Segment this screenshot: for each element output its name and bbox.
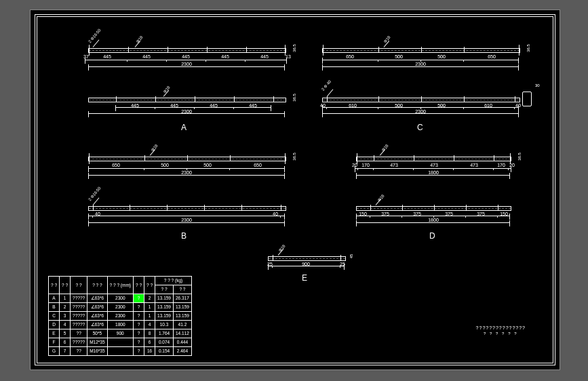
- table-body: A1?????∠63*62300?213.15926.317B2?????∠63…: [49, 294, 192, 356]
- a1-total: 2300: [181, 62, 192, 66]
- table-cell: E: [49, 329, 60, 338]
- label-e: E: [302, 273, 307, 283]
- th-2: ? ?: [71, 277, 87, 294]
- c1-d3: 500: [437, 54, 446, 59]
- drawing-canvas[interactable]: 2 Φ16·50 Φ18 36.5 37 445 445 445 445 445…: [30, 9, 560, 370]
- a1-d3: 445: [182, 54, 190, 59]
- b2-total-line: [88, 222, 285, 224]
- table-cell: [107, 338, 133, 347]
- c2-d3: 500: [437, 103, 446, 108]
- table-cell: ?: [134, 312, 144, 321]
- a1-d2: 445: [142, 54, 151, 59]
- d1-outr: 20: [509, 163, 515, 167]
- table-cell: ?: [134, 294, 144, 303]
- table-cell: 16: [144, 347, 155, 356]
- a2-total: 2300: [181, 109, 192, 114]
- d2-d4: 375: [445, 212, 453, 216]
- table-row: G7??M16*35?160.1542.464: [49, 347, 192, 356]
- table-row: F6?????M12*35?60.0740.444: [49, 338, 192, 347]
- beam-a1: [88, 48, 286, 53]
- table-cell: 1: [144, 303, 155, 312]
- b2-dimline: [88, 216, 285, 217]
- th-3: ? ? ?: [87, 277, 107, 294]
- c2-connector: [522, 92, 532, 106]
- b1-d3: 500: [203, 163, 212, 167]
- table-cell: B: [49, 303, 60, 312]
- table-cell: ?: [134, 303, 144, 312]
- table-cell: 0.444: [173, 338, 191, 347]
- bom-table: ? ? ? ? ? ? ? ? ? ? ? ? (mm) ? ? ? ? ? ?…: [48, 276, 192, 356]
- b1-vdim: 36.5: [292, 153, 296, 161]
- a1-vdim: 36.5: [292, 44, 296, 52]
- table-cell: 13.159: [173, 303, 191, 312]
- c1-total: 2300: [415, 62, 426, 66]
- b2-dr: 40: [273, 212, 278, 216]
- d2-total-line: [356, 222, 510, 224]
- table-cell: ?????: [71, 294, 87, 303]
- table-cell: 0.154: [155, 347, 174, 356]
- label-c: C: [417, 123, 423, 132]
- c2-dr: 40: [515, 103, 521, 108]
- e-total: 900: [302, 262, 310, 266]
- c2-dl: 40: [320, 103, 326, 108]
- table-cell: 13.159: [173, 312, 191, 321]
- c2-conn-label: 30: [535, 83, 540, 87]
- d2-d3: 375: [413, 212, 421, 216]
- a1-d-out-r: 13: [286, 54, 291, 59]
- table-cell: C: [49, 312, 60, 321]
- table-cell: M16*35: [87, 347, 107, 356]
- table-cell: ?????: [71, 312, 87, 321]
- table-row: D4?????∠63*61800?410.341.2: [49, 321, 192, 329]
- table-cell: ??: [71, 329, 87, 338]
- beam-a2: [88, 98, 286, 102]
- c2-total: 2300: [415, 109, 426, 114]
- table-cell: 6: [60, 338, 71, 347]
- d2-total: 1800: [428, 218, 439, 222]
- table-cell: 3: [60, 312, 71, 321]
- table-cell: 50*5: [87, 329, 107, 338]
- table-cell: 900: [107, 329, 133, 338]
- a2-d1: 445: [131, 103, 139, 108]
- table-cell: ??: [71, 347, 87, 356]
- b1-total: 2300: [181, 170, 192, 175]
- table-cell: ?????: [71, 303, 87, 312]
- table-cell: ?: [134, 329, 144, 338]
- sth-7: ? ?: [155, 285, 174, 294]
- table-cell: ?????: [71, 338, 87, 347]
- drawing-title-note: ??????????????? ? ? ? ? ? ?: [476, 325, 526, 336]
- table-cell: ∠63*6: [87, 321, 107, 329]
- table-cell: G: [49, 347, 60, 356]
- d2-d2: 375: [381, 212, 389, 216]
- th-7: ? ? ? (kg): [155, 277, 192, 285]
- d2-d1: 150: [359, 212, 367, 216]
- d2-d5: 375: [477, 212, 485, 216]
- d1-d2: 473: [430, 163, 438, 167]
- a2-d3: 445: [210, 103, 218, 108]
- table-cell: 41.2: [173, 321, 191, 329]
- d2-d6: 150: [500, 212, 508, 216]
- title-main: ???????????????: [476, 325, 526, 330]
- e-dl: 25: [267, 262, 273, 266]
- table-cell: 26.317: [173, 294, 191, 303]
- c1-dimline: [322, 60, 519, 61]
- b2-dl: 40: [95, 212, 100, 216]
- d1-total: 1800: [428, 170, 439, 175]
- label-d: D: [429, 231, 435, 241]
- table-cell: ?????: [71, 321, 87, 329]
- table-cell: 1: [144, 312, 155, 321]
- th-5: ? ?: [134, 277, 144, 294]
- beam-c1: [322, 48, 520, 53]
- d1-vdim: 36.5: [517, 153, 522, 161]
- table-row: E5??50*5900?81.76414.112: [49, 329, 192, 338]
- table-cell: 13.159: [155, 294, 174, 303]
- beam-e: [268, 256, 346, 261]
- e-vdim: 45: [349, 254, 353, 259]
- c2-d2: 500: [395, 103, 403, 108]
- title-sub: ? ? ? ? ? ?: [476, 332, 526, 336]
- table-row: B2?????∠63*62300?113.15913.159: [49, 303, 192, 312]
- table-cell: 1: [60, 294, 71, 303]
- viewport: 2 Φ16·50 Φ18 36.5 37 445 445 445 445 445…: [0, 0, 588, 381]
- table-cell: 2300: [107, 294, 133, 303]
- table-cell: 2.464: [173, 347, 191, 356]
- table-cell: 4: [144, 321, 155, 329]
